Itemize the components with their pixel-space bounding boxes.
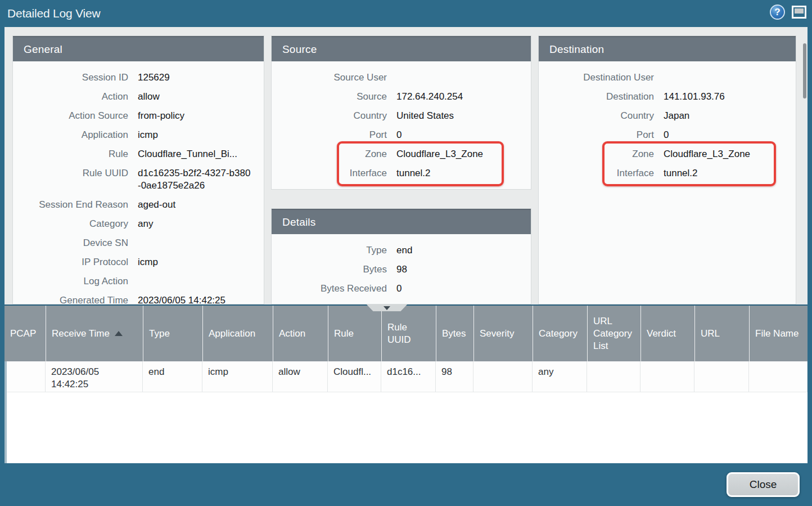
field-label: Bytes Received: [272, 283, 387, 295]
field-label: Interface: [272, 167, 387, 180]
chevron-down-icon: [384, 306, 390, 310]
field-value: 125629: [138, 71, 170, 84]
field-value: 0: [396, 129, 402, 141]
column-header-file-name[interactable]: File Name: [749, 306, 808, 361]
column-label: Bytes: [442, 328, 466, 340]
field-action-source: Action Sourcefrom-policy: [13, 106, 264, 126]
field-value: aged-out: [138, 199, 175, 211]
window-restore-icon[interactable]: [792, 6, 806, 19]
cell-severity: [473, 361, 533, 392]
column-header-category[interactable]: Category: [533, 306, 587, 361]
field-port: Port0: [272, 126, 531, 145]
window-restore-icon-glyph: [795, 8, 804, 14]
field-zone: ZoneCloudflare_L3_Zone: [539, 145, 796, 164]
field-value: Cloudflare_L3_Zone: [396, 148, 483, 160]
field-value: 172.64.240.254: [396, 91, 463, 103]
field-bytes: Bytes98: [272, 260, 531, 279]
field-device-sn: Device SN: [13, 234, 264, 253]
field-label: Action Source: [13, 110, 128, 122]
column-label: Action: [279, 328, 305, 340]
field-label: Zone: [272, 148, 387, 160]
field-label: IP Protocol: [13, 256, 128, 268]
cell-pcap: [4, 361, 46, 392]
field-interface: Interfacetunnel.2: [272, 164, 531, 183]
field-source: Source172.64.240.254: [272, 87, 531, 106]
field-value: Cloudflare_L3_Zone: [664, 148, 750, 160]
field-value: 2023/06/05 14:42:25: [138, 294, 225, 305]
column-header-receive-time[interactable]: Receive Time: [46, 306, 143, 361]
table-left-accent: [4, 361, 7, 463]
field-country: CountryJapan: [539, 106, 796, 126]
log-table: PCAP Receive Time Type Application Actio…: [4, 305, 808, 463]
column-header-application[interactable]: Application: [202, 306, 273, 361]
column-header-action[interactable]: Action: [273, 306, 328, 361]
field-session-end-reason: Session End Reasonaged-out: [13, 195, 264, 214]
destination-panel-body: Destination User Destination141.101.93.7…: [539, 61, 796, 183]
field-log-action: Log Action: [13, 272, 264, 291]
field-label: Source: [272, 91, 387, 103]
field-port: Port0: [539, 126, 796, 145]
field-value: icmp: [138, 129, 158, 141]
field-label: Generated Time: [13, 294, 128, 305]
log-table-row[interactable]: 2023/06/05 14:42:25 end icmp allow Cloud…: [4, 361, 808, 392]
column-header-url-category-list[interactable]: URL Category List: [587, 306, 640, 361]
field-label: Rule UUID: [13, 167, 128, 180]
field-ip-protocol: IP Protocolicmp: [13, 253, 264, 272]
field-value: allow: [138, 91, 160, 103]
field-label: Rule: [13, 148, 128, 160]
column-header-rule-uuid[interactable]: Rule UUID: [381, 306, 436, 361]
detailed-log-view-dialog: Detailed Log View ? General Session ID12…: [0, 0, 812, 506]
field-label: Session ID: [13, 71, 128, 84]
destination-panel: Destination Destination User Destination…: [538, 35, 796, 305]
cell-application: icmp: [202, 361, 273, 392]
column-header-rule[interactable]: Rule: [328, 306, 381, 361]
field-value: United States: [396, 110, 454, 122]
sort-ascending-icon: [115, 331, 123, 336]
cell-url: [694, 361, 749, 392]
column-header-type[interactable]: Type: [143, 306, 202, 361]
field-label: Action: [13, 91, 128, 103]
field-session-id: Session ID125629: [13, 68, 264, 87]
general-panel: General Session ID125629 Actionallow Act…: [12, 35, 264, 305]
field-type: Typeend: [272, 241, 531, 260]
field-rule: RuleCloudflare_Tunnel_Bi...: [13, 145, 264, 164]
column-header-bytes[interactable]: Bytes: [436, 306, 473, 361]
field-value: tunnel.2: [396, 167, 431, 180]
column-header-verdict[interactable]: Verdict: [640, 306, 694, 361]
field-application: Applicationicmp: [13, 126, 264, 145]
field-value: any: [138, 218, 153, 230]
source-panel-header: Source: [272, 36, 531, 61]
field-label: Port: [272, 129, 387, 141]
dialog-content: General Session ID125629 Actionallow Act…: [4, 27, 808, 463]
column-header-url[interactable]: URL: [694, 306, 749, 361]
column-label: PCAP: [10, 328, 36, 340]
column-header-pcap[interactable]: PCAP: [4, 306, 46, 361]
vertical-scrollbar-thumb[interactable]: [803, 43, 806, 98]
cell-rule: Cloudfl...: [328, 361, 381, 392]
field-label: Application: [13, 129, 128, 141]
field-source-user: Source User: [272, 68, 531, 87]
field-interface: Interfacetunnel.2: [539, 164, 796, 183]
help-icon[interactable]: ?: [770, 5, 785, 20]
cell-url-category-list: [587, 361, 640, 392]
collapse-table-handle[interactable]: [367, 305, 407, 311]
column-label: URL Category List: [593, 315, 635, 352]
source-panel: Source Source User Source172.64.240.254 …: [271, 35, 531, 190]
field-label: Device SN: [13, 237, 128, 249]
field-value: end: [396, 244, 412, 257]
field-value: 98: [396, 263, 407, 276]
log-table-header: PCAP Receive Time Type Application Actio…: [4, 306, 808, 361]
column-label: Rule UUID: [387, 321, 430, 346]
general-panel-header: General: [13, 36, 264, 61]
column-label: File Name: [755, 328, 799, 340]
field-label: Country: [539, 110, 654, 122]
field-value: tunnel.2: [664, 167, 698, 180]
field-destination-user: Destination User: [539, 68, 796, 87]
field-label: Session End Reason: [13, 199, 128, 211]
field-label: Port: [539, 129, 654, 141]
field-value: 0: [396, 283, 402, 295]
close-button[interactable]: Close: [727, 472, 800, 497]
column-header-severity[interactable]: Severity: [473, 306, 533, 361]
field-label: Category: [13, 218, 128, 230]
field-label: Type: [272, 244, 387, 257]
